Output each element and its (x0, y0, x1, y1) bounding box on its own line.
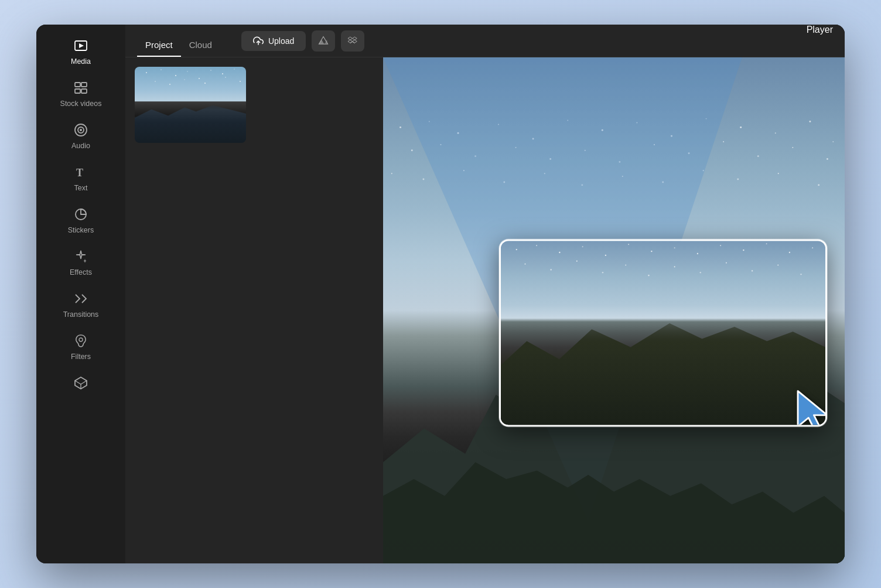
tabs-area: Project Cloud (125, 25, 232, 57)
upload-button[interactable]: Upload (241, 31, 306, 51)
svg-point-17 (187, 71, 187, 71)
svg-point-95 (800, 274, 801, 275)
preview-stars-svg (501, 241, 825, 333)
media-thumbnail[interactable] (135, 67, 246, 143)
svg-rect-3 (81, 83, 87, 87)
upload-icon (253, 36, 264, 46)
sidebar-item-stickers[interactable]: Stickers (36, 199, 125, 241)
sidebar-item-filters[interactable]: Filters (36, 326, 125, 368)
sidebar-item-effects-label: Effects (70, 268, 92, 276)
player-preview (499, 239, 827, 426)
sidebar-item-effects[interactable]: Effects (36, 241, 125, 283)
upload-label: Upload (268, 36, 294, 46)
toolbar-area: Upload (232, 25, 374, 57)
svg-rect-4 (75, 89, 80, 93)
svg-rect-2 (75, 83, 80, 87)
media-icon (73, 37, 89, 54)
svg-point-76 (651, 251, 652, 252)
svg-point-93 (752, 270, 753, 271)
svg-point-75 (628, 244, 629, 245)
sidebar-item-stickers-label: Stickers (68, 226, 94, 234)
stock-icon (73, 80, 89, 96)
top-bar: Project Cloud Upload (125, 25, 845, 57)
player-preview-inner (501, 241, 825, 425)
svg-point-72 (559, 252, 560, 253)
sidebar: Media Stock videos Audio (36, 25, 125, 563)
3d-icon (73, 375, 89, 391)
svg-point-11 (79, 338, 83, 341)
app-window: Media Stock videos Audio (36, 25, 845, 563)
svg-point-19 (210, 70, 211, 71)
sidebar-item-audio[interactable]: Audio (36, 115, 125, 157)
svg-point-92 (726, 262, 727, 264)
google-drive-button[interactable] (312, 30, 335, 52)
svg-point-70 (516, 249, 517, 250)
drive-icon (318, 36, 329, 46)
svg-point-91 (700, 272, 701, 273)
sidebar-item-text[interactable]: T Text (36, 157, 125, 199)
svg-point-89 (648, 275, 649, 276)
svg-point-90 (674, 266, 675, 268)
svg-rect-5 (81, 89, 87, 93)
svg-point-86 (576, 261, 578, 262)
svg-point-8 (80, 129, 82, 131)
svg-point-24 (184, 79, 185, 80)
sidebar-item-media[interactable]: Media (36, 30, 125, 73)
svg-point-26 (225, 77, 226, 78)
svg-point-16 (175, 75, 176, 76)
svg-text:T: T (76, 167, 83, 179)
svg-point-87 (602, 272, 603, 273)
svg-point-77 (674, 247, 675, 248)
svg-point-23 (169, 84, 170, 85)
cursor-svg (796, 389, 827, 426)
svg-point-84 (525, 264, 526, 265)
svg-point-82 (789, 252, 790, 253)
thumbnail-stars (135, 67, 246, 105)
text-icon: T (73, 164, 89, 180)
svg-point-85 (550, 269, 551, 270)
sidebar-item-transitions-label: Transitions (63, 310, 99, 319)
svg-point-20 (222, 73, 223, 74)
filters-icon (73, 333, 89, 349)
player-area (383, 57, 845, 563)
sidebar-item-3d[interactable] (36, 368, 125, 398)
sidebar-item-stock-videos-label: Stock videos (60, 100, 102, 108)
dropbox-button[interactable] (341, 30, 364, 52)
effects-icon (73, 248, 89, 265)
svg-point-78 (697, 253, 698, 254)
svg-point-25 (204, 83, 206, 84)
tab-project[interactable]: Project (137, 34, 181, 57)
svg-point-80 (743, 249, 744, 251)
svg-point-21 (234, 69, 234, 69)
stickers-icon (73, 206, 89, 223)
svg-point-74 (605, 255, 606, 256)
svg-point-79 (720, 245, 721, 246)
sidebar-item-transitions[interactable]: Transitions (36, 283, 125, 326)
audio-icon (73, 122, 89, 138)
sidebar-item-stock-videos[interactable]: Stock videos (36, 73, 125, 115)
svg-marker-96 (798, 391, 827, 427)
media-grid (125, 57, 383, 563)
svg-point-71 (536, 245, 537, 246)
media-panel (125, 57, 845, 563)
svg-point-83 (812, 247, 813, 248)
svg-point-22 (155, 81, 156, 82)
svg-point-27 (240, 81, 241, 82)
main-content: Project Cloud Upload (125, 25, 845, 563)
tab-cloud[interactable]: Cloud (181, 34, 220, 57)
svg-point-94 (777, 265, 778, 266)
player-label: Player (807, 25, 845, 57)
svg-point-14 (146, 72, 147, 73)
sidebar-item-audio-label: Audio (71, 142, 90, 150)
transitions-icon (73, 290, 89, 307)
thumbnail-landscape (135, 67, 246, 143)
svg-point-73 (582, 246, 583, 247)
svg-point-81 (766, 243, 767, 244)
sidebar-item-media-label: Media (71, 57, 91, 66)
sidebar-item-filters-label: Filters (71, 353, 91, 361)
svg-point-18 (199, 78, 200, 79)
svg-point-88 (625, 265, 626, 266)
dropbox-icon (347, 36, 358, 46)
svg-marker-1 (79, 43, 84, 48)
sidebar-item-text-label: Text (74, 184, 88, 192)
